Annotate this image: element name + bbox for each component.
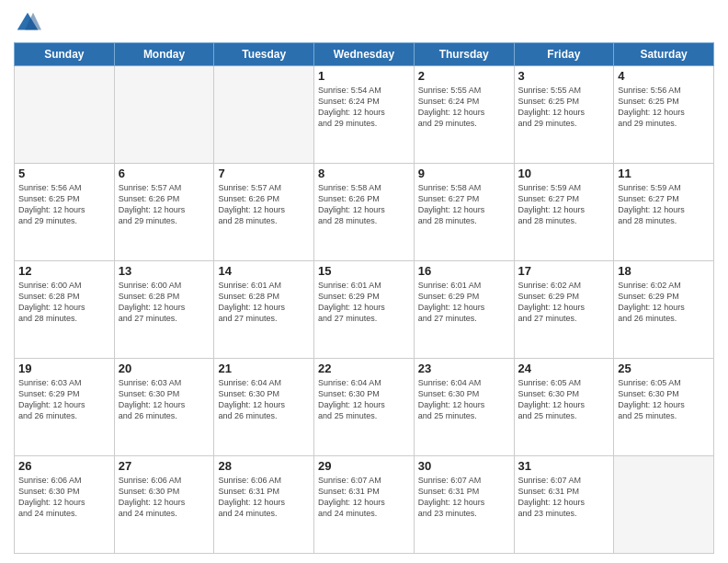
- calendar-cell: 27Sunrise: 6:06 AM Sunset: 6:30 PM Dayli…: [114, 456, 214, 554]
- week-row-3: 19Sunrise: 6:03 AM Sunset: 6:29 PM Dayli…: [15, 359, 714, 456]
- day-info: Sunrise: 6:01 AM Sunset: 6:29 PM Dayligh…: [418, 280, 510, 325]
- day-info: Sunrise: 5:57 AM Sunset: 6:26 PM Dayligh…: [218, 182, 310, 227]
- day-info: Sunrise: 6:07 AM Sunset: 6:31 PM Dayligh…: [318, 475, 410, 520]
- day-info: Sunrise: 6:05 AM Sunset: 6:30 PM Dayligh…: [618, 377, 710, 422]
- page: SundayMondayTuesdayWednesdayThursdayFrid…: [0, 0, 728, 563]
- calendar-cell: 17Sunrise: 6:02 AM Sunset: 6:29 PM Dayli…: [514, 261, 614, 359]
- logo: [14, 9, 45, 37]
- calendar-cell: 16Sunrise: 6:01 AM Sunset: 6:29 PM Dayli…: [414, 261, 514, 359]
- day-number: 26: [18, 459, 110, 473]
- day-info: Sunrise: 6:07 AM Sunset: 6:31 PM Dayligh…: [418, 475, 510, 520]
- calendar-cell: 13Sunrise: 6:00 AM Sunset: 6:28 PM Dayli…: [114, 261, 214, 359]
- day-info: Sunrise: 5:56 AM Sunset: 6:25 PM Dayligh…: [618, 85, 710, 130]
- calendar-cell: 4Sunrise: 5:56 AM Sunset: 6:25 PM Daylig…: [614, 66, 714, 164]
- day-info: Sunrise: 6:06 AM Sunset: 6:31 PM Dayligh…: [218, 475, 310, 520]
- day-info: Sunrise: 5:54 AM Sunset: 6:24 PM Dayligh…: [318, 85, 410, 130]
- day-info: Sunrise: 6:00 AM Sunset: 6:28 PM Dayligh…: [18, 280, 110, 325]
- calendar-cell: 10Sunrise: 5:59 AM Sunset: 6:27 PM Dayli…: [514, 164, 614, 261]
- calendar-cell: 1Sunrise: 5:54 AM Sunset: 6:24 PM Daylig…: [314, 66, 415, 164]
- day-info: Sunrise: 6:05 AM Sunset: 6:30 PM Dayligh…: [518, 377, 610, 422]
- day-info: Sunrise: 6:04 AM Sunset: 6:30 PM Dayligh…: [218, 377, 310, 422]
- calendar-cell: 19Sunrise: 6:03 AM Sunset: 6:29 PM Dayli…: [15, 359, 115, 456]
- header-row: SundayMondayTuesdayWednesdayThursdayFrid…: [15, 43, 714, 66]
- day-info: Sunrise: 5:59 AM Sunset: 6:27 PM Dayligh…: [518, 182, 610, 227]
- day-number: 21: [218, 362, 310, 375]
- calendar-cell: [15, 66, 115, 164]
- day-info: Sunrise: 6:06 AM Sunset: 6:30 PM Dayligh…: [18, 475, 110, 520]
- calendar-cell: 11Sunrise: 5:59 AM Sunset: 6:27 PM Dayli…: [614, 164, 714, 261]
- day-header-friday: Friday: [514, 43, 614, 66]
- day-info: Sunrise: 6:02 AM Sunset: 6:29 PM Dayligh…: [518, 280, 610, 325]
- calendar-cell: 24Sunrise: 6:05 AM Sunset: 6:30 PM Dayli…: [514, 359, 614, 456]
- day-number: 19: [18, 362, 110, 375]
- calendar-cell: 22Sunrise: 6:04 AM Sunset: 6:30 PM Dayli…: [314, 359, 415, 456]
- day-number: 4: [618, 69, 710, 83]
- calendar-cell: 20Sunrise: 6:03 AM Sunset: 6:30 PM Dayli…: [114, 359, 214, 456]
- calendar-header: SundayMondayTuesdayWednesdayThursdayFrid…: [15, 43, 714, 66]
- day-number: 29: [318, 459, 410, 473]
- calendar-cell: [614, 456, 714, 554]
- week-row-0: 1Sunrise: 5:54 AM Sunset: 6:24 PM Daylig…: [15, 66, 714, 164]
- day-number: 27: [119, 459, 210, 473]
- day-header-sunday: Sunday: [15, 43, 115, 66]
- day-number: 15: [318, 264, 410, 278]
- day-header-tuesday: Tuesday: [214, 43, 314, 66]
- calendar-cell: 14Sunrise: 6:01 AM Sunset: 6:28 PM Dayli…: [214, 261, 314, 359]
- calendar-cell: [114, 66, 214, 164]
- day-number: 6: [119, 167, 210, 180]
- calendar-cell: 3Sunrise: 5:55 AM Sunset: 6:25 PM Daylig…: [514, 66, 614, 164]
- day-header-thursday: Thursday: [414, 43, 514, 66]
- day-number: 18: [618, 264, 710, 278]
- day-info: Sunrise: 6:01 AM Sunset: 6:28 PM Dayligh…: [218, 280, 310, 325]
- calendar-cell: 26Sunrise: 6:06 AM Sunset: 6:30 PM Dayli…: [15, 456, 115, 554]
- calendar-cell: 18Sunrise: 6:02 AM Sunset: 6:29 PM Dayli…: [614, 261, 714, 359]
- day-info: Sunrise: 5:59 AM Sunset: 6:27 PM Dayligh…: [618, 182, 710, 227]
- day-number: 14: [218, 264, 310, 278]
- day-header-wednesday: Wednesday: [314, 43, 415, 66]
- day-number: 2: [418, 69, 510, 83]
- day-info: Sunrise: 6:06 AM Sunset: 6:30 PM Dayligh…: [119, 475, 210, 520]
- day-number: 25: [618, 362, 710, 375]
- week-row-4: 26Sunrise: 6:06 AM Sunset: 6:30 PM Dayli…: [15, 456, 714, 554]
- day-info: Sunrise: 6:03 AM Sunset: 6:30 PM Dayligh…: [119, 377, 210, 422]
- day-number: 12: [18, 264, 110, 278]
- calendar-cell: 6Sunrise: 5:57 AM Sunset: 6:26 PM Daylig…: [114, 164, 214, 261]
- day-number: 3: [518, 69, 610, 83]
- day-number: 24: [518, 362, 610, 375]
- day-number: 10: [518, 167, 610, 180]
- day-info: Sunrise: 6:00 AM Sunset: 6:28 PM Dayligh…: [119, 280, 210, 325]
- calendar-cell: 2Sunrise: 5:55 AM Sunset: 6:24 PM Daylig…: [414, 66, 514, 164]
- week-row-2: 12Sunrise: 6:00 AM Sunset: 6:28 PM Dayli…: [15, 261, 714, 359]
- calendar-cell: 29Sunrise: 6:07 AM Sunset: 6:31 PM Dayli…: [314, 456, 415, 554]
- day-number: 13: [119, 264, 210, 278]
- day-info: Sunrise: 5:58 AM Sunset: 6:26 PM Dayligh…: [318, 182, 410, 227]
- day-number: 30: [418, 459, 510, 473]
- day-info: Sunrise: 6:07 AM Sunset: 6:31 PM Dayligh…: [518, 475, 610, 520]
- day-header-monday: Monday: [114, 43, 214, 66]
- day-number: 11: [618, 167, 710, 180]
- day-number: 7: [218, 167, 310, 180]
- calendar-cell: [214, 66, 314, 164]
- day-header-saturday: Saturday: [614, 43, 714, 66]
- day-number: 23: [418, 362, 510, 375]
- day-number: 9: [418, 167, 510, 180]
- calendar-cell: 25Sunrise: 6:05 AM Sunset: 6:30 PM Dayli…: [614, 359, 714, 456]
- calendar-cell: 15Sunrise: 6:01 AM Sunset: 6:29 PM Dayli…: [314, 261, 415, 359]
- calendar-cell: 12Sunrise: 6:00 AM Sunset: 6:28 PM Dayli…: [15, 261, 115, 359]
- calendar-body: 1Sunrise: 5:54 AM Sunset: 6:24 PM Daylig…: [15, 66, 714, 554]
- day-number: 1: [318, 69, 410, 83]
- logo-icon: [14, 9, 41, 37]
- calendar-cell: 28Sunrise: 6:06 AM Sunset: 6:31 PM Dayli…: [214, 456, 314, 554]
- day-info: Sunrise: 5:55 AM Sunset: 6:24 PM Dayligh…: [418, 85, 510, 130]
- day-number: 20: [119, 362, 210, 375]
- day-info: Sunrise: 5:56 AM Sunset: 6:25 PM Dayligh…: [18, 182, 110, 227]
- day-info: Sunrise: 5:58 AM Sunset: 6:27 PM Dayligh…: [418, 182, 510, 227]
- day-info: Sunrise: 6:01 AM Sunset: 6:29 PM Dayligh…: [318, 280, 410, 325]
- calendar-cell: 9Sunrise: 5:58 AM Sunset: 6:27 PM Daylig…: [414, 164, 514, 261]
- day-number: 22: [318, 362, 410, 375]
- day-number: 16: [418, 264, 510, 278]
- day-number: 28: [218, 459, 310, 473]
- calendar-cell: 31Sunrise: 6:07 AM Sunset: 6:31 PM Dayli…: [514, 456, 614, 554]
- calendar-table: SundayMondayTuesdayWednesdayThursdayFrid…: [14, 42, 714, 554]
- calendar-cell: 23Sunrise: 6:04 AM Sunset: 6:30 PM Dayli…: [414, 359, 514, 456]
